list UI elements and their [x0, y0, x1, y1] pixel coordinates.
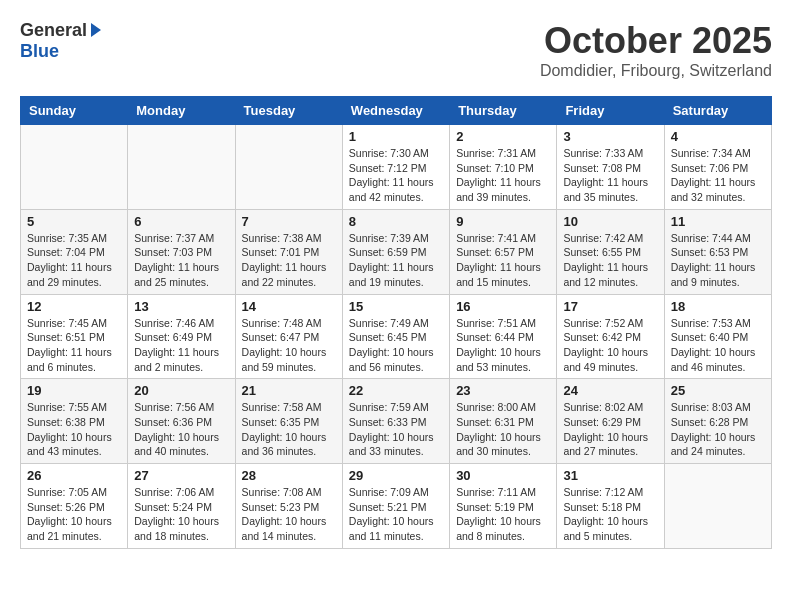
calendar-day-cell: 7Sunrise: 7:38 AMSunset: 7:01 PMDaylight…	[235, 209, 342, 294]
calendar-day-header: Sunday	[21, 97, 128, 125]
day-info: Sunrise: 7:37 AMSunset: 7:03 PMDaylight:…	[134, 231, 228, 290]
day-number: 5	[27, 214, 121, 229]
day-number: 9	[456, 214, 550, 229]
calendar-week-row: 19Sunrise: 7:55 AMSunset: 6:38 PMDayligh…	[21, 379, 772, 464]
calendar-table: SundayMondayTuesdayWednesdayThursdayFrid…	[20, 96, 772, 549]
day-number: 14	[242, 299, 336, 314]
page-header: General Blue October 2025 Domdidier, Fri…	[20, 20, 772, 80]
calendar-day-cell: 10Sunrise: 7:42 AMSunset: 6:55 PMDayligh…	[557, 209, 664, 294]
calendar-day-cell: 6Sunrise: 7:37 AMSunset: 7:03 PMDaylight…	[128, 209, 235, 294]
day-number: 29	[349, 468, 443, 483]
day-number: 19	[27, 383, 121, 398]
calendar-week-row: 26Sunrise: 7:05 AMSunset: 5:26 PMDayligh…	[21, 464, 772, 549]
day-info: Sunrise: 7:06 AMSunset: 5:24 PMDaylight:…	[134, 485, 228, 544]
calendar-day-cell: 20Sunrise: 7:56 AMSunset: 6:36 PMDayligh…	[128, 379, 235, 464]
day-info: Sunrise: 7:58 AMSunset: 6:35 PMDaylight:…	[242, 400, 336, 459]
day-info: Sunrise: 7:52 AMSunset: 6:42 PMDaylight:…	[563, 316, 657, 375]
day-number: 31	[563, 468, 657, 483]
day-number: 17	[563, 299, 657, 314]
calendar-day-cell: 30Sunrise: 7:11 AMSunset: 5:19 PMDayligh…	[450, 464, 557, 549]
day-number: 1	[349, 129, 443, 144]
day-info: Sunrise: 7:39 AMSunset: 6:59 PMDaylight:…	[349, 231, 443, 290]
day-number: 23	[456, 383, 550, 398]
day-info: Sunrise: 7:49 AMSunset: 6:45 PMDaylight:…	[349, 316, 443, 375]
day-number: 24	[563, 383, 657, 398]
day-info: Sunrise: 8:00 AMSunset: 6:31 PMDaylight:…	[456, 400, 550, 459]
calendar-day-cell: 4Sunrise: 7:34 AMSunset: 7:06 PMDaylight…	[664, 125, 771, 210]
day-info: Sunrise: 7:33 AMSunset: 7:08 PMDaylight:…	[563, 146, 657, 205]
day-number: 26	[27, 468, 121, 483]
day-number: 27	[134, 468, 228, 483]
title-section: October 2025 Domdidier, Fribourg, Switze…	[540, 20, 772, 80]
day-info: Sunrise: 7:08 AMSunset: 5:23 PMDaylight:…	[242, 485, 336, 544]
logo: General Blue	[20, 20, 101, 62]
day-info: Sunrise: 7:41 AMSunset: 6:57 PMDaylight:…	[456, 231, 550, 290]
day-info: Sunrise: 8:03 AMSunset: 6:28 PMDaylight:…	[671, 400, 765, 459]
day-number: 2	[456, 129, 550, 144]
day-number: 13	[134, 299, 228, 314]
day-info: Sunrise: 7:11 AMSunset: 5:19 PMDaylight:…	[456, 485, 550, 544]
calendar-day-cell: 8Sunrise: 7:39 AMSunset: 6:59 PMDaylight…	[342, 209, 449, 294]
day-number: 8	[349, 214, 443, 229]
day-number: 7	[242, 214, 336, 229]
day-info: Sunrise: 7:53 AMSunset: 6:40 PMDaylight:…	[671, 316, 765, 375]
calendar-day-cell: 28Sunrise: 7:08 AMSunset: 5:23 PMDayligh…	[235, 464, 342, 549]
day-info: Sunrise: 7:31 AMSunset: 7:10 PMDaylight:…	[456, 146, 550, 205]
logo-general-text: General	[20, 20, 87, 41]
calendar-week-row: 5Sunrise: 7:35 AMSunset: 7:04 PMDaylight…	[21, 209, 772, 294]
calendar-day-cell	[235, 125, 342, 210]
calendar-day-cell: 1Sunrise: 7:30 AMSunset: 7:12 PMDaylight…	[342, 125, 449, 210]
calendar-day-cell: 17Sunrise: 7:52 AMSunset: 6:42 PMDayligh…	[557, 294, 664, 379]
calendar-day-cell: 25Sunrise: 8:03 AMSunset: 6:28 PMDayligh…	[664, 379, 771, 464]
day-info: Sunrise: 7:44 AMSunset: 6:53 PMDaylight:…	[671, 231, 765, 290]
calendar-day-cell: 27Sunrise: 7:06 AMSunset: 5:24 PMDayligh…	[128, 464, 235, 549]
calendar-day-cell: 24Sunrise: 8:02 AMSunset: 6:29 PMDayligh…	[557, 379, 664, 464]
day-number: 25	[671, 383, 765, 398]
day-number: 12	[27, 299, 121, 314]
day-number: 3	[563, 129, 657, 144]
day-number: 11	[671, 214, 765, 229]
calendar-week-row: 1Sunrise: 7:30 AMSunset: 7:12 PMDaylight…	[21, 125, 772, 210]
calendar-day-cell: 11Sunrise: 7:44 AMSunset: 6:53 PMDayligh…	[664, 209, 771, 294]
day-info: Sunrise: 7:34 AMSunset: 7:06 PMDaylight:…	[671, 146, 765, 205]
calendar-day-cell: 14Sunrise: 7:48 AMSunset: 6:47 PMDayligh…	[235, 294, 342, 379]
calendar-day-cell: 26Sunrise: 7:05 AMSunset: 5:26 PMDayligh…	[21, 464, 128, 549]
calendar-day-cell: 22Sunrise: 7:59 AMSunset: 6:33 PMDayligh…	[342, 379, 449, 464]
day-info: Sunrise: 7:30 AMSunset: 7:12 PMDaylight:…	[349, 146, 443, 205]
day-info: Sunrise: 7:45 AMSunset: 6:51 PMDaylight:…	[27, 316, 121, 375]
day-number: 30	[456, 468, 550, 483]
calendar-day-cell: 9Sunrise: 7:41 AMSunset: 6:57 PMDaylight…	[450, 209, 557, 294]
calendar-day-cell: 5Sunrise: 7:35 AMSunset: 7:04 PMDaylight…	[21, 209, 128, 294]
calendar-day-header: Thursday	[450, 97, 557, 125]
day-number: 4	[671, 129, 765, 144]
day-info: Sunrise: 7:09 AMSunset: 5:21 PMDaylight:…	[349, 485, 443, 544]
month-title: October 2025	[540, 20, 772, 62]
calendar-day-header: Wednesday	[342, 97, 449, 125]
day-info: Sunrise: 7:38 AMSunset: 7:01 PMDaylight:…	[242, 231, 336, 290]
day-info: Sunrise: 8:02 AMSunset: 6:29 PMDaylight:…	[563, 400, 657, 459]
calendar-day-cell: 16Sunrise: 7:51 AMSunset: 6:44 PMDayligh…	[450, 294, 557, 379]
calendar-day-cell	[664, 464, 771, 549]
calendar-day-header: Monday	[128, 97, 235, 125]
calendar-day-header: Tuesday	[235, 97, 342, 125]
calendar-header-row: SundayMondayTuesdayWednesdayThursdayFrid…	[21, 97, 772, 125]
calendar-day-cell: 19Sunrise: 7:55 AMSunset: 6:38 PMDayligh…	[21, 379, 128, 464]
day-info: Sunrise: 7:42 AMSunset: 6:55 PMDaylight:…	[563, 231, 657, 290]
calendar-day-cell	[21, 125, 128, 210]
calendar-day-cell: 18Sunrise: 7:53 AMSunset: 6:40 PMDayligh…	[664, 294, 771, 379]
day-number: 18	[671, 299, 765, 314]
day-info: Sunrise: 7:46 AMSunset: 6:49 PMDaylight:…	[134, 316, 228, 375]
day-info: Sunrise: 7:55 AMSunset: 6:38 PMDaylight:…	[27, 400, 121, 459]
logo-arrow-icon	[91, 23, 101, 37]
day-number: 16	[456, 299, 550, 314]
day-number: 6	[134, 214, 228, 229]
calendar-day-cell: 3Sunrise: 7:33 AMSunset: 7:08 PMDaylight…	[557, 125, 664, 210]
day-info: Sunrise: 7:05 AMSunset: 5:26 PMDaylight:…	[27, 485, 121, 544]
calendar-day-cell: 12Sunrise: 7:45 AMSunset: 6:51 PMDayligh…	[21, 294, 128, 379]
day-number: 22	[349, 383, 443, 398]
calendar-day-cell: 13Sunrise: 7:46 AMSunset: 6:49 PMDayligh…	[128, 294, 235, 379]
calendar-day-header: Friday	[557, 97, 664, 125]
day-info: Sunrise: 7:48 AMSunset: 6:47 PMDaylight:…	[242, 316, 336, 375]
day-info: Sunrise: 7:51 AMSunset: 6:44 PMDaylight:…	[456, 316, 550, 375]
calendar-day-cell: 23Sunrise: 8:00 AMSunset: 6:31 PMDayligh…	[450, 379, 557, 464]
